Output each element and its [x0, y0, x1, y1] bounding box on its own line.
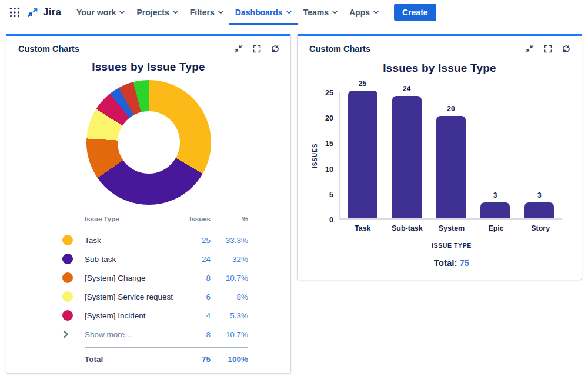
- legend-color-dot: [62, 272, 85, 283]
- nav-item-label: Teams: [303, 8, 329, 17]
- nav-item-filters[interactable]: Filters: [184, 0, 229, 25]
- donut-hole: [118, 111, 180, 174]
- ytick-20: 20: [325, 114, 333, 122]
- chevron-down-icon: [119, 11, 125, 14]
- bar-slot-epic: 3: [473, 191, 517, 218]
- bar-chart-plot-area: 25242033: [339, 92, 562, 220]
- legend-row-task: Task2533.3%: [62, 231, 248, 250]
- bar-task: [348, 91, 377, 218]
- legend-header-pct: %: [211, 215, 248, 222]
- donut-chart-title: Issues by Issue Type: [6, 61, 290, 74]
- color-dot: [62, 291, 73, 302]
- xtick-system: System: [429, 224, 474, 232]
- bar-chart-ylabel: ISSUES: [310, 92, 319, 220]
- chevron-down-icon: [173, 11, 178, 14]
- bar-chart-total: Total:75: [340, 258, 563, 268]
- jira-dashboard-screen: Jira Your workProjectsFiltersDashboardsT…: [0, 0, 588, 379]
- nav-item-your-work[interactable]: Your work: [71, 0, 131, 25]
- legend-row-show-more[interactable]: Show more...810.7%: [62, 325, 248, 344]
- bar-total-label: Total:: [434, 258, 457, 268]
- bar-slot-sub-task: 24: [385, 85, 429, 218]
- bar-epic: [480, 202, 510, 218]
- panel-title: Custom Charts: [18, 44, 79, 54]
- row-label: [System] Change: [85, 274, 181, 282]
- refresh-icon[interactable]: [270, 44, 280, 54]
- total-label: Total: [85, 355, 181, 364]
- fullscreen-icon[interactable]: [543, 44, 553, 54]
- ytick-10: 10: [325, 165, 333, 174]
- row-pct: 33.3%: [211, 236, 248, 245]
- row-label: [System] Service request: [85, 292, 181, 301]
- legend-rows: Task2533.3%Sub-task2432%[System] Change8…: [62, 231, 248, 344]
- color-dot: [62, 254, 73, 264]
- chevron-down-icon: [286, 11, 292, 14]
- row-label: [System] Incident: [85, 311, 181, 320]
- row-issues: 8: [181, 274, 211, 282]
- bar-value-label: 3: [493, 191, 497, 200]
- ytick-5: 5: [329, 191, 333, 199]
- legend-header-issue-type: Issue Type: [85, 215, 181, 222]
- chevron-down-icon: [332, 11, 338, 14]
- legend-row-system-change: [System] Change810.7%: [62, 268, 248, 287]
- bar-value-label: 25: [359, 79, 366, 88]
- nav-item-apps[interactable]: Apps: [343, 0, 385, 25]
- legend-table: Issue Type Issues % Task2533.3%Sub-task2…: [62, 215, 248, 364]
- nav-item-label: Projects: [136, 8, 169, 17]
- app-switcher-icon[interactable]: [6, 4, 24, 21]
- xtick-task: Task: [340, 224, 385, 232]
- chevron-down-icon: [373, 11, 379, 14]
- ytick-25: 25: [325, 89, 333, 97]
- fullscreen-icon[interactable]: [252, 44, 262, 54]
- legend-color-dot: [62, 291, 85, 302]
- row-issues: 4: [181, 311, 211, 320]
- bar-chart-title: Issues by Issue Type: [298, 62, 582, 75]
- panel-actions: [525, 44, 571, 54]
- bar-chart-yaxis-ticks: 2520151050: [319, 92, 339, 220]
- row-pct: 8%: [211, 292, 248, 301]
- brand-name: Jira: [43, 6, 61, 18]
- donut-chart: [86, 80, 211, 205]
- row-label: Task: [85, 236, 181, 245]
- row-label: Show more...: [85, 330, 181, 339]
- row-pct: 5.3%: [211, 311, 248, 320]
- bar-slot-system: 20: [429, 105, 473, 218]
- nav-item-dashboards[interactable]: Dashboards: [229, 0, 298, 25]
- xtick-sub-task: Sub-task: [385, 224, 430, 232]
- row-issues: 25: [181, 236, 211, 245]
- refresh-icon[interactable]: [562, 44, 571, 54]
- chevron-down-icon: [218, 11, 223, 14]
- total-issues: 75: [181, 355, 211, 364]
- legend-header-row: Issue Type Issues %: [85, 215, 248, 228]
- nav-item-label: Your work: [76, 8, 116, 17]
- bar-value-label: 24: [403, 85, 410, 93]
- bar-slot-task: 25: [340, 79, 385, 218]
- bar-story: [524, 202, 554, 218]
- bar-chart-xaxis-labels: TaskSub-taskSystemEpicStory: [340, 224, 563, 232]
- jira-logo[interactable]: Jira: [27, 6, 61, 19]
- bar-value-label: 20: [447, 105, 455, 113]
- top-navbar: Jira Your workProjectsFiltersDashboardsT…: [0, 0, 588, 25]
- row-pct: 10.7%: [211, 274, 248, 282]
- nav-menu: Your workProjectsFiltersDashboardsTeamsA…: [71, 0, 385, 25]
- panel-header: Custom Charts: [298, 36, 582, 54]
- row-label: Sub-task: [85, 255, 181, 264]
- bar-slot-story: 3: [517, 191, 562, 218]
- nav-item-label: Filters: [190, 8, 215, 17]
- row-pct: 32%: [211, 255, 248, 264]
- total-pct: 100%: [211, 355, 248, 364]
- nav-item-projects[interactable]: Projects: [131, 0, 183, 25]
- panel-actions: [234, 44, 280, 54]
- bar-chart: ISSUES 2520151050 25242033: [310, 92, 582, 220]
- create-button[interactable]: Create: [394, 4, 436, 21]
- collapse-icon[interactable]: [525, 44, 534, 54]
- nav-item-label: Dashboards: [235, 8, 283, 17]
- row-pct: 10.7%: [211, 330, 248, 339]
- collapse-icon[interactable]: [234, 44, 243, 54]
- grid-icon: [9, 7, 20, 18]
- custom-charts-panel-donut: Custom Charts: [6, 34, 291, 374]
- nav-item-teams[interactable]: Teams: [298, 0, 343, 25]
- chevron-right-icon: [62, 330, 69, 338]
- show-more-chevron: [62, 330, 85, 338]
- xtick-epic: Epic: [474, 224, 519, 232]
- row-issues: 6: [181, 292, 211, 301]
